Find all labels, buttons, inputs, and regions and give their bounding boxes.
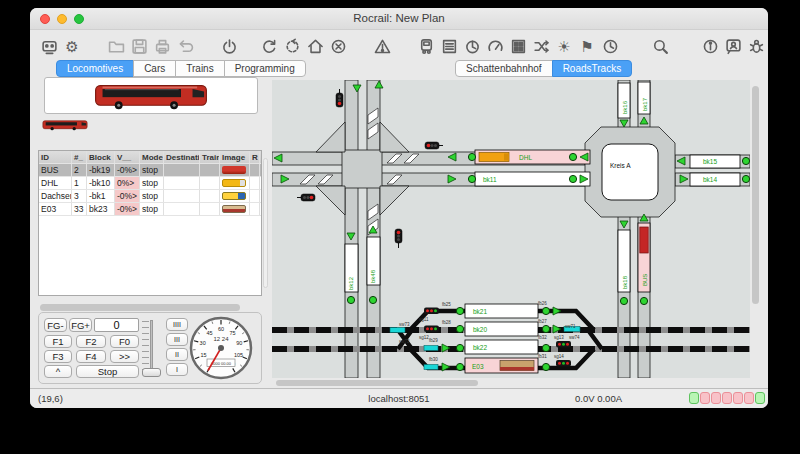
speed-slider-handle[interactable] <box>142 368 161 377</box>
table-cell[interactable]: 1 <box>72 177 87 189</box>
rocview-icon[interactable] <box>40 37 58 55</box>
table-cell[interactable] <box>250 177 260 189</box>
print-icon[interactable] <box>153 37 171 55</box>
signal-sg13[interactable] <box>556 341 571 348</box>
refresh-icon[interactable] <box>260 37 278 55</box>
warning-icon[interactable] <box>373 37 391 55</box>
table-cell[interactable]: stop <box>140 190 164 202</box>
tab-trains[interactable]: Trains <box>175 60 224 77</box>
level-1-button[interactable]: I <box>166 363 188 376</box>
table-cell[interactable]: -bk1 <box>87 190 115 202</box>
f0-button[interactable]: F0 <box>110 335 139 348</box>
table-cell[interactable] <box>250 190 260 202</box>
table-cell[interactable] <box>164 190 200 202</box>
table-cell[interactable] <box>220 203 250 215</box>
tab-roadstracks[interactable]: RoadsTracks <box>552 60 633 77</box>
table-cell[interactable] <box>200 203 220 215</box>
column-header[interactable]: V__ <box>115 151 140 163</box>
column-header[interactable]: Destination <box>164 151 200 163</box>
table-row[interactable]: Dachser3-bk1-0%>stop <box>39 190 261 203</box>
locomotive-table[interactable]: ID#_BlockV__ModeDestinationTrainImageR B… <box>38 150 262 296</box>
level-2-button[interactable]: II <box>166 348 188 361</box>
settings-gears-icon[interactable]: ⚙ <box>63 37 81 55</box>
table-cell[interactable] <box>164 203 200 215</box>
column-header[interactable]: Block <box>87 151 115 163</box>
controller-icon[interactable] <box>463 37 481 55</box>
table-cell[interactable]: stop <box>140 164 164 176</box>
table-cell[interactable] <box>200 190 220 202</box>
function-value-field[interactable]: 0 <box>94 318 139 332</box>
f2-button[interactable]: F2 <box>76 335 106 348</box>
search-icon[interactable] <box>651 37 669 55</box>
more-functions-button[interactable]: >> <box>110 350 139 363</box>
schedule-list-icon[interactable] <box>440 37 458 55</box>
tab-programming[interactable]: Programming <box>224 60 306 77</box>
table-cell[interactable]: DHL <box>39 177 72 189</box>
level-4-button[interactable]: IIII <box>166 318 188 331</box>
blocks-grid-icon[interactable] <box>509 37 527 55</box>
fg-minus-button[interactable]: FG- <box>44 318 67 332</box>
table-vscrollbar[interactable] <box>263 158 268 288</box>
tab-schattenbahnhof[interactable]: Schattenbahnhof <box>455 60 553 77</box>
loco-table-header[interactable]: ID#_BlockV__ModeDestinationTrainImageR <box>39 151 261 164</box>
info-icon[interactable] <box>701 37 719 55</box>
signal-sg12[interactable] <box>424 326 439 333</box>
table-cell[interactable]: -bk10 <box>87 177 115 189</box>
table-row[interactable]: E0333bk23-0%>stop <box>39 203 261 216</box>
train-icon[interactable] <box>417 37 435 55</box>
direction-up-button[interactable]: ^ <box>44 365 72 378</box>
tab-locomotives[interactable]: Locomotives <box>56 60 134 77</box>
table-cell[interactable]: E03 <box>39 203 72 215</box>
left-panel-hscrollbar[interactable] <box>40 304 240 311</box>
table-cell[interactable]: -0%> <box>115 164 140 176</box>
user-bubble-icon[interactable] <box>724 37 742 55</box>
routes-shuffle-icon[interactable] <box>532 37 550 55</box>
signal-sg14[interactable] <box>556 360 571 367</box>
speedometer-icon[interactable] <box>486 37 504 55</box>
table-cell[interactable]: 2 <box>72 164 87 176</box>
close-circle-icon[interactable] <box>329 37 347 55</box>
table-cell[interactable]: stop <box>140 203 164 215</box>
table-cell[interactable] <box>250 164 260 176</box>
table-cell[interactable] <box>164 177 200 189</box>
power-icon[interactable] <box>220 37 238 55</box>
table-row[interactable]: BUS2-bk19-0%>stop <box>39 164 261 177</box>
table-cell[interactable]: BUS <box>39 164 72 176</box>
column-header[interactable]: #_ <box>72 151 87 163</box>
table-cell[interactable] <box>220 164 250 176</box>
speed-slider-track[interactable] <box>150 320 153 372</box>
save-icon[interactable] <box>130 37 148 55</box>
column-header[interactable]: Train <box>200 151 220 163</box>
signal-sg11[interactable] <box>424 308 439 315</box>
small-red-bus-image[interactable] <box>42 118 88 132</box>
plan-vscrollbar[interactable] <box>752 86 759 304</box>
table-cell[interactable] <box>200 177 220 189</box>
level-3-button[interactable]: III <box>166 333 188 346</box>
undo-icon[interactable] <box>176 37 194 55</box>
traffic-light-north[interactable] <box>336 89 343 107</box>
table-cell[interactable] <box>250 203 260 215</box>
tab-cars[interactable]: Cars <box>133 60 176 77</box>
table-row[interactable]: DHL1-bk100%>stop <box>39 177 261 190</box>
light-sun-icon[interactable]: ☀ <box>555 37 573 55</box>
traffic-light-south[interactable] <box>395 229 402 248</box>
table-cell[interactable] <box>164 164 200 176</box>
f1-button[interactable]: F1 <box>44 335 72 348</box>
table-cell[interactable]: -bk19 <box>87 164 115 176</box>
table-cell[interactable] <box>200 164 220 176</box>
traffic-light-west[interactable] <box>297 194 315 201</box>
table-cell[interactable] <box>220 190 250 202</box>
bug-icon[interactable] <box>747 37 765 55</box>
column-header[interactable]: Image <box>220 151 250 163</box>
column-header[interactable]: Mode <box>140 151 164 163</box>
roundabout-kreis-a[interactable]: Kreis A <box>602 144 658 200</box>
table-cell[interactable] <box>220 177 250 189</box>
reset-icon[interactable] <box>283 37 301 55</box>
plan-hscrollbar[interactable] <box>276 380 478 386</box>
table-cell[interactable]: -0%> <box>115 203 140 215</box>
table-cell[interactable]: 0%> <box>115 177 140 189</box>
column-header[interactable]: R <box>250 151 260 163</box>
open-folder-icon[interactable] <box>107 37 125 55</box>
table-cell[interactable]: 33 <box>72 203 87 215</box>
race-flag-icon[interactable]: ⚑ <box>578 37 596 55</box>
